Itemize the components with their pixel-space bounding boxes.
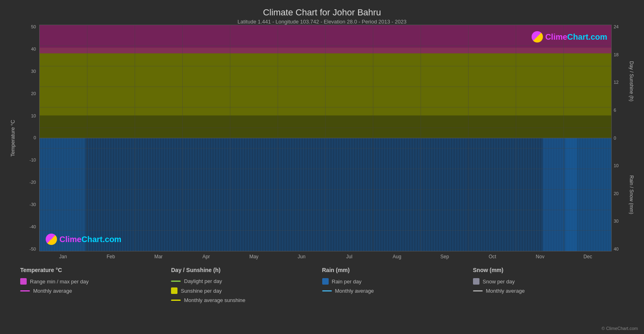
y-tick: 20: [31, 91, 36, 96]
y-axis-right-top: 24 18 12 6 0 10 20 30 40: [612, 25, 627, 251]
chart-wrapper: Temperature °C 50 40 30 20 10 0 -10 -20 …: [8, 25, 636, 251]
legend-snow-avg-label: Monthly average: [486, 288, 525, 294]
logo-icon: [532, 31, 543, 43]
y-axis-left: 50 40 30 20 10 0 -10 -20 -30 -40 -50: [17, 25, 39, 251]
logo-top-right: ClimeChart.com: [532, 31, 607, 43]
right-axis-labels: Day / Sunshine (h) Rain / Snow (mm): [627, 25, 636, 251]
title-section: Climate Chart for Johor Bahru Latitude 1…: [8, 4, 636, 25]
legend-sunshine-avg: Monthly average sunshine: [171, 297, 322, 303]
legend-sunshine-avg-label: Monthly average sunshine: [184, 297, 245, 303]
legend-area: Temperature °C Range min / max per day M…: [8, 267, 636, 303]
legend-temp-range: Range min / max per day: [20, 278, 171, 285]
logo-icon-bottom: [46, 234, 57, 245]
x-tick-may: May: [230, 254, 278, 260]
legend-rain-title: Rain (mm): [322, 267, 473, 273]
legend-temperature: Temperature °C Range min / max per day M…: [20, 267, 171, 303]
y-tick: -30: [30, 202, 36, 207]
legend-sunshine: Day / Sunshine (h) Daylight per day Suns…: [171, 267, 322, 303]
x-tick-oct: Oct: [469, 254, 516, 260]
legend-daylight: Daylight per day: [171, 278, 322, 284]
y-tick: 40: [31, 47, 36, 51]
legend-rain: Rain (mm) Rain per day Monthly average: [322, 267, 473, 303]
y-tick-right: 10: [614, 164, 619, 168]
y-tick-right: 0: [614, 136, 616, 140]
legend-rain-avg: Monthly average: [322, 288, 473, 294]
temp-avg-swatch: [20, 290, 30, 291]
x-tick-sep: Sep: [421, 254, 469, 260]
legend-rain-avg-label: Monthly average: [335, 288, 374, 294]
sunshine-avg-swatch: [171, 300, 181, 301]
y-axis-right-label-rain: Rain / Snow (mm): [629, 175, 634, 214]
chart-container: Climate Chart for Johor Bahru Latitude 1…: [0, 0, 644, 334]
logo-text-top: ClimeChart.com: [545, 32, 607, 42]
legend-snow: Snow (mm) Snow per day Monthly average: [473, 267, 624, 303]
y-tick: 10: [31, 114, 36, 118]
legend-temp-avg: Monthly average: [20, 288, 171, 294]
y-tick: 30: [31, 69, 36, 74]
x-tick-nov: Nov: [516, 254, 564, 260]
plot-area: ClimeChart.com ClimeChart.com: [39, 25, 612, 251]
main-title: Climate Chart for Johor Bahru: [8, 7, 636, 18]
x-tick-jun: Jun: [278, 254, 325, 260]
y-axis-right-label-sunshine: Day / Sunshine (h): [629, 61, 634, 101]
grid-svg: [40, 25, 611, 251]
legend-temp-title: Temperature °C: [20, 267, 171, 273]
right-label-top-wrapper: Day / Sunshine (h): [627, 25, 636, 138]
legend-sunshine-label: Sunshine per day: [181, 288, 222, 294]
y-tick: -10: [30, 158, 36, 162]
snow-avg-swatch: [473, 290, 483, 291]
snow-swatch: [473, 278, 479, 285]
right-label-bottom-wrapper: Rain / Snow (mm): [627, 138, 636, 251]
y-tick-right: 24: [614, 25, 619, 29]
legend-sun-title: Day / Sunshine (h): [171, 267, 322, 273]
y-tick-right: 30: [614, 219, 619, 223]
legend-snow-title: Snow (mm): [473, 267, 624, 273]
y-tick-right: 12: [614, 80, 619, 85]
y-tick-right: 40: [614, 247, 619, 251]
x-axis: Jan Feb Mar Apr May Jun Jul Aug Sep Oct …: [39, 251, 612, 260]
y-tick: -40: [30, 225, 36, 229]
logo-text-bottom: ClimeChart.com: [59, 235, 121, 244]
logo-bottom-left: ClimeChart.com: [46, 234, 121, 245]
y-tick: -50: [30, 247, 36, 251]
y-axis-left-label-wrapper: Temperature °C: [8, 25, 17, 251]
legend-temp-range-label: Range min / max per day: [30, 279, 89, 285]
subtitle: Latitude 1.441 - Longitude 103.742 - Ele…: [8, 19, 636, 25]
x-tick-dec: Dec: [564, 254, 612, 260]
x-tick-apr: Apr: [182, 254, 230, 260]
x-tick-aug: Aug: [373, 254, 421, 260]
temp-range-swatch: [20, 278, 27, 285]
y-tick-right: 18: [614, 53, 619, 57]
y-axis-left-label: Temperature °C: [10, 25, 16, 251]
sunshine-swatch: [171, 287, 177, 294]
legend-snow-avg: Monthly average: [473, 288, 624, 294]
daylight-swatch: [171, 281, 181, 282]
x-tick-jul: Jul: [325, 254, 373, 260]
y-tick: 0: [34, 136, 36, 140]
x-tick-feb: Feb: [87, 254, 135, 260]
legend-daylight-label: Daylight per day: [184, 278, 222, 284]
legend-rain-label: Rain per day: [332, 279, 362, 285]
y-tick-right: 20: [614, 191, 619, 196]
y-tick: -20: [30, 180, 36, 185]
y-tick-right: 6: [614, 108, 616, 113]
rain-avg-swatch: [322, 290, 332, 291]
rain-swatch: [322, 278, 329, 285]
x-tick-mar: Mar: [135, 254, 182, 260]
copyright: © ClimeChart.com: [602, 326, 638, 331]
x-tick-jan: Jan: [39, 254, 87, 260]
legend-temp-avg-label: Monthly average: [33, 288, 72, 294]
y-tick: 50: [31, 25, 36, 29]
legend-sunshine-per-day: Sunshine per day: [171, 287, 322, 294]
legend-rain-per-day: Rain per day: [322, 278, 473, 285]
legend-snow-label: Snow per day: [483, 279, 515, 285]
legend-snow-per-day: Snow per day: [473, 278, 624, 285]
